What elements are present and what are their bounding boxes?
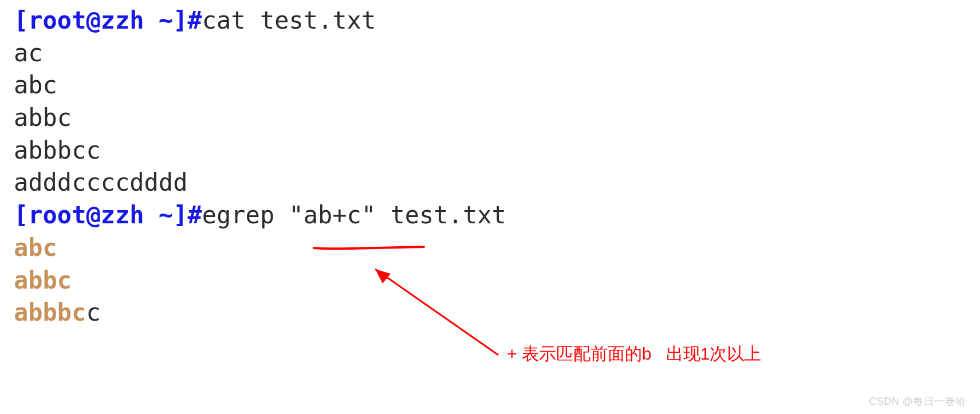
grep-match: abc xyxy=(14,234,57,262)
grep-result-line: abbc xyxy=(14,265,980,297)
shell-command: cat test.txt xyxy=(202,6,376,34)
file-output-line: abbbcc xyxy=(14,135,980,167)
shell-command: egrep "ab+c" test.txt xyxy=(202,201,506,229)
grep-match: abbc xyxy=(14,266,72,294)
shell-prompt: [root@zzh ~]# xyxy=(14,6,202,34)
annotation-text: + 表示匹配前面的b 出现1次以上 xyxy=(507,342,761,366)
shell-prompt: [root@zzh ~]# xyxy=(14,201,202,229)
watermark-text: CSDN @每日一卷哈 xyxy=(869,395,966,408)
grep-result-line: abbbcc xyxy=(14,297,980,329)
terminal-line-egrep: [root@zzh ~]#egrep "ab+c" test.txt xyxy=(14,199,980,232)
file-output-line: adddccccdddd xyxy=(14,167,980,199)
file-output-line: abbc xyxy=(14,102,980,135)
file-output-line: abc xyxy=(14,69,980,102)
file-output-line: ac xyxy=(14,37,980,70)
grep-rest: c xyxy=(86,298,100,326)
grep-match: abbbc xyxy=(14,298,86,326)
grep-result-line: abc xyxy=(14,232,980,265)
terminal-line-cat: [root@zzh ~]#cat test.txt xyxy=(14,5,980,37)
